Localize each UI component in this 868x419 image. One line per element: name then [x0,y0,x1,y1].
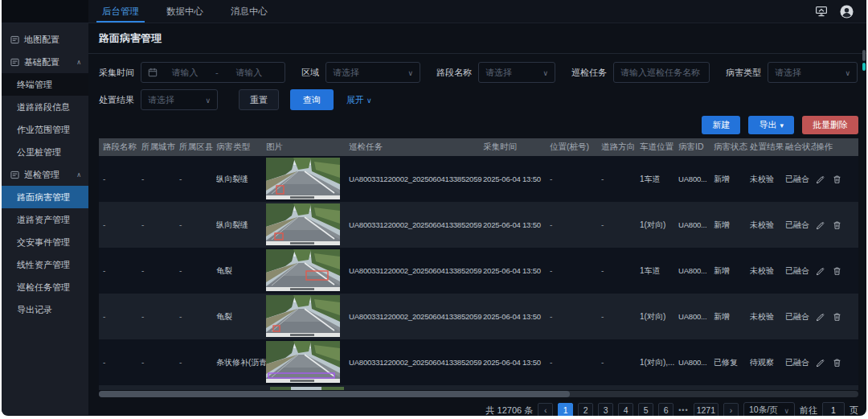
table-cell: 1(对向) [640,220,678,231]
sidebar-item[interactable]: 基础配置 [2,51,88,73]
page-button[interactable]: 3 [598,403,613,417]
road-name-select[interactable]: 请选择 [478,62,555,83]
region-select[interactable]: 请选择 [326,62,420,83]
table-row[interactable]: ---纵向裂缝UA800331220002_202506041338520592… [99,202,858,248]
page-button[interactable]: 1 [558,403,573,417]
delete-icon[interactable] [833,312,841,322]
export-button[interactable]: 导出 [748,116,794,134]
table-cell: UA800331220002_20250604133852059 [349,358,483,367]
last-page-button[interactable]: 1271 [694,403,719,417]
page-button[interactable]: 4 [618,403,633,417]
date-start-input[interactable] [162,68,207,77]
table-cell: 1车道 [640,174,678,185]
road-photo-thumbnail[interactable] [266,192,340,201]
divider [88,53,866,54]
sidebar-item[interactable]: 线性资产管理 [2,253,88,276]
table-row[interactable]: ---龟裂UA800331220002_20250604133852059202… [99,294,858,339]
calendar-icon [148,68,158,77]
prev-page-button[interactable]: ‹ [538,403,553,417]
edit-icon[interactable] [816,220,825,230]
vertical-scrollbar-thumb[interactable] [862,50,866,61]
batch-delete-button[interactable]: 批量删除 [802,116,858,134]
table-cell: UA800... [678,220,714,229]
table-cell: UA800331220002_20250604133852059 [349,175,483,183]
edit-icon[interactable] [816,358,825,368]
table-cell: 条状修补(沥青) [216,357,266,368]
sidebar-item[interactable]: 交安事件管理 [2,231,88,253]
edit-icon[interactable] [816,312,825,322]
chevron-down-icon [366,95,372,105]
goto-suffix: 页 [850,405,858,417]
road-photo-thumbnail[interactable] [266,330,340,339]
chevron-up-icon [76,171,88,179]
nav-tab[interactable]: 数据中心 [153,0,217,23]
sidebar-item-label: 公里桩管理 [17,146,61,158]
table-cell: - [141,175,179,183]
page-size-select[interactable]: 10条/页 [743,402,795,416]
edit-icon[interactable] [816,266,825,276]
page-button[interactable]: 5 [638,403,653,417]
table-row[interactable]: ---龟裂UA800331220002_20250604133852059202… [99,248,858,294]
delete-icon[interactable] [833,266,841,276]
expand-link[interactable]: 展开 [346,94,372,106]
sidebar-item[interactable]: 道路资产管理 [2,208,88,231]
table-cell: 已修复 [714,357,750,368]
logo-area [2,0,88,23]
delete-icon[interactable] [833,358,841,368]
table-row[interactable]: ---条状修补(沥青)UA800331220002_20250604133852… [99,339,858,385]
reset-button[interactable]: 重置 [239,89,279,110]
sidebar-item[interactable]: 地图配置 [2,28,88,51]
more-pages-button[interactable]: ••• [678,406,688,414]
create-button[interactable]: 新建 [702,116,740,134]
table-row[interactable]: ---纵向裂缝UA800331220002_202506041338520592… [99,156,858,202]
sidebar-item[interactable]: 终端管理 [2,73,88,96]
page-button[interactable]: 2 [578,403,593,417]
map-config-icon [10,35,19,44]
column-header: 采集时间 [483,142,550,153]
table-cell: 2025-06-04 13:50 [483,312,550,321]
table-cell: - [141,312,179,321]
delete-icon[interactable] [833,220,841,230]
filter-row-1: 采集时间 - 区域 请选择 路段名称 请选择 [99,62,858,83]
date-end-input[interactable] [227,68,272,77]
sidebar-item[interactable]: 导出记录 [2,298,88,321]
sidebar-item[interactable]: 巡检管理 [2,163,88,186]
photo-cell [266,341,349,384]
search-button[interactable]: 查询 [290,89,334,110]
sidebar-item[interactable]: 道路路段信息 [2,96,88,118]
table-cell: UA800... [678,312,714,321]
base-config-icon [10,58,19,67]
road-photo-thumbnail[interactable] [266,238,340,247]
vertical-scrollbar[interactable] [862,50,866,71]
disease-type-select[interactable]: 请选择 [768,62,858,83]
result-select[interactable]: 请选择 [141,89,218,110]
edit-icon[interactable] [816,175,825,184]
user-avatar-icon[interactable] [840,5,854,18]
sidebar-item[interactable]: 路面病害管理 [2,186,88,208]
monitor-icon[interactable] [815,6,828,17]
delete-icon[interactable] [833,175,841,184]
date-range-picker[interactable]: - [141,62,285,83]
table-cell: UA800331220002_20250604133852059 [349,266,483,275]
next-page-button[interactable]: › [723,403,739,417]
sidebar-item[interactable]: 作业范围管理 [2,118,88,141]
horizontal-scrollbar-thumb[interactable] [99,391,570,397]
sidebar-item[interactable]: 巡检任务管理 [2,276,88,298]
horizontal-scrollbar[interactable] [99,391,858,397]
top-nav: 后台管理数据中心消息中心 [2,0,866,23]
sidebar-item[interactable]: 公里桩管理 [2,141,88,163]
table-cell: 未校验 [750,311,785,322]
table-cell: 新增 [714,220,750,231]
table-cell: - [141,358,179,367]
nav-tab[interactable]: 后台管理 [88,0,153,23]
road-photo-thumbnail[interactable] [266,284,340,293]
task-input[interactable] [620,68,702,77]
table-cell: - [601,312,640,321]
photo-cell [266,203,349,247]
nav-tab[interactable]: 消息中心 [217,0,281,23]
table-cell: - [601,358,640,367]
table-cell: 未校验 [750,265,785,277]
page-button[interactable]: 6 [658,403,674,417]
road-photo-thumbnail[interactable] [266,376,340,384]
goto-page-input[interactable] [822,402,845,416]
